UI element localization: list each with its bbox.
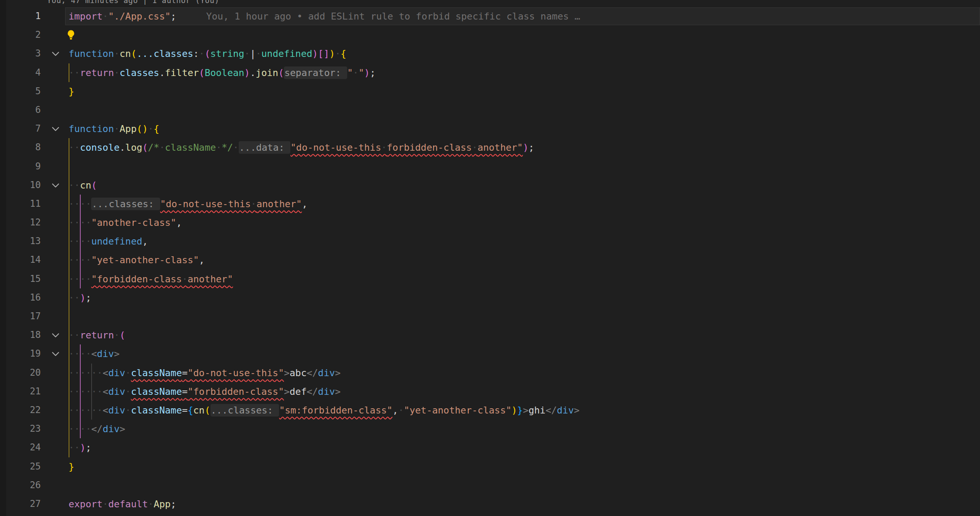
- line-number[interactable]: 9: [0, 157, 41, 176]
- code-line[interactable]: 17: [0, 307, 980, 326]
- code-line[interactable]: 24··);: [0, 438, 980, 457]
- code-line[interactable]: 16··);: [0, 288, 980, 307]
- code-line[interactable]: 15····"forbidden-class·another": [0, 270, 980, 288]
- code-token: ): [523, 142, 529, 153]
- code-token: <: [102, 405, 108, 416]
- line-number[interactable]: 14: [0, 251, 41, 269]
- code-line-content: ··);: [69, 438, 91, 457]
- whitespace-dot: ·: [114, 123, 119, 134]
- code-token: function·: [69, 123, 120, 134]
- fold-chevron-icon[interactable]: [50, 49, 61, 59]
- line-number[interactable]: 16: [0, 288, 41, 307]
- line-number[interactable]: 23: [0, 420, 41, 438]
- code-line[interactable]: 26: [0, 476, 980, 495]
- whitespace-dot: ·: [69, 423, 74, 434]
- code-line[interactable]: 14····"yet-another-class",: [0, 251, 980, 269]
- code-line[interactable]: 12····"another-class",: [0, 213, 980, 232]
- code-line[interactable]: 8··console.log(/*·className·*/·...data: …: [0, 138, 980, 157]
- line-number[interactable]: 18: [0, 326, 41, 344]
- line-number[interactable]: 21: [0, 382, 41, 401]
- line-number[interactable]: 5: [0, 82, 41, 101]
- line-number[interactable]: 22: [0, 401, 41, 420]
- code-line[interactable]: 3function·cn(...classes:·(string·|·undef…: [0, 44, 980, 63]
- whitespace-dot: ·: [97, 386, 102, 397]
- line-number[interactable]: 27: [0, 495, 41, 513]
- fold-chevron-icon[interactable]: [50, 330, 61, 341]
- line-number[interactable]: 15: [0, 270, 41, 288]
- code-line[interactable]: 25}: [0, 457, 980, 476]
- code-line[interactable]: 1import·"./App.css";You, 1 hour ago • ad…: [0, 7, 980, 26]
- code-line[interactable]: 22······<div·className={cn(...classes: "…: [0, 401, 980, 420]
- code-editor[interactable]: You, 47 minutes ago | 1 author (You) 1im…: [0, 0, 980, 516]
- code-token: >: [523, 405, 529, 416]
- codelens: You, 47 minutes ago | 1 author (You): [0, 0, 980, 7]
- code-line[interactable]: 23····</div>: [0, 420, 980, 438]
- code-token: ····: [69, 198, 91, 209]
- fold-chevron-icon[interactable]: [50, 124, 61, 134]
- code-line[interactable]: 4··return·classes.filter(Boolean).join(s…: [0, 63, 980, 82]
- line-number[interactable]: 26: [0, 476, 41, 495]
- line-number[interactable]: 2: [0, 26, 41, 44]
- whitespace-dot: ·: [74, 442, 80, 453]
- line-number[interactable]: 3: [0, 44, 41, 63]
- code-token: log: [125, 142, 142, 153]
- code-line[interactable]: 27export·default·App;: [0, 495, 980, 513]
- code-line[interactable]: 6: [0, 101, 980, 119]
- whitespace-dot: ·: [114, 330, 119, 341]
- code-token: div·: [108, 386, 131, 397]
- whitespace-dot: ·: [74, 274, 80, 284]
- line-number[interactable]: 12: [0, 213, 41, 232]
- code-line[interactable]: 13····undefined,: [0, 232, 980, 251]
- line-number[interactable]: 13: [0, 232, 41, 251]
- code-line[interactable]: 10··cn(: [0, 176, 980, 195]
- lightbulb-icon[interactable]: [65, 29, 77, 41]
- whitespace-dot: ·: [86, 198, 91, 209]
- code-token: ··: [69, 67, 80, 78]
- whitespace-dot: ·: [80, 348, 86, 359]
- line-number[interactable]: 24: [0, 438, 41, 457]
- code-line[interactable]: 5}: [0, 82, 980, 101]
- code-line-content: function·cn(...classes:·(string·|·undefi…: [69, 44, 346, 63]
- code-token: ·: [148, 123, 154, 134]
- line-number[interactable]: 4: [0, 63, 41, 82]
- line-number[interactable]: 17: [0, 307, 41, 326]
- code-token: ...classes:: [210, 404, 280, 417]
- line-number[interactable]: 1: [0, 7, 41, 26]
- line-number[interactable]: 19: [0, 344, 41, 363]
- code-token: ····: [69, 217, 91, 228]
- code-token: >: [120, 423, 125, 434]
- code-token: ······: [69, 405, 102, 416]
- fold-chevron-icon[interactable]: [50, 180, 61, 191]
- code-token: div: [557, 405, 574, 416]
- code-line-content: ··cn(: [69, 176, 97, 195]
- code-line[interactable]: 2: [0, 26, 980, 44]
- whitespace-dot: ·: [69, 386, 74, 397]
- code-line[interactable]: 20······<div·className="do-not-use-this"…: [0, 364, 980, 382]
- line-number[interactable]: 8: [0, 138, 41, 157]
- code-line[interactable]: 18··return·(: [0, 326, 980, 344]
- codelens-text[interactable]: You, 47 minutes ago | 1 author (You): [47, 0, 219, 5]
- code-token: "./App.css": [108, 11, 171, 22]
- code-line[interactable]: 11····...classes: "do-not-use-this·anoth…: [0, 195, 980, 213]
- line-number[interactable]: 6: [0, 101, 41, 119]
- code-line[interactable]: 21······<div·className="forbidden-class"…: [0, 382, 980, 401]
- code-token: ;: [370, 67, 375, 78]
- line-number[interactable]: 25: [0, 457, 41, 476]
- code-line[interactable]: 9: [0, 157, 980, 176]
- line-number[interactable]: 7: [0, 119, 41, 138]
- code-token: >: [284, 386, 289, 397]
- fold-chevron-icon[interactable]: [50, 349, 61, 359]
- line-number[interactable]: 10: [0, 176, 41, 195]
- line-number[interactable]: 11: [0, 195, 41, 213]
- code-line[interactable]: 7function·App()·{: [0, 119, 980, 138]
- code-token: =: [182, 386, 187, 397]
- code-line[interactable]: 19····<div>: [0, 344, 980, 363]
- code-token: ...classes:: [91, 198, 160, 210]
- whitespace-dot: ·: [80, 217, 86, 228]
- line-number[interactable]: 20: [0, 364, 41, 382]
- whitespace-dot: ·: [69, 180, 74, 191]
- code-line-content: ······<div·className={cn(...classes: "sm…: [69, 401, 579, 420]
- code-line-content: ··return·(: [69, 326, 125, 344]
- whitespace-dot: ·: [80, 255, 86, 265]
- whitespace-dot: ·: [472, 142, 477, 153]
